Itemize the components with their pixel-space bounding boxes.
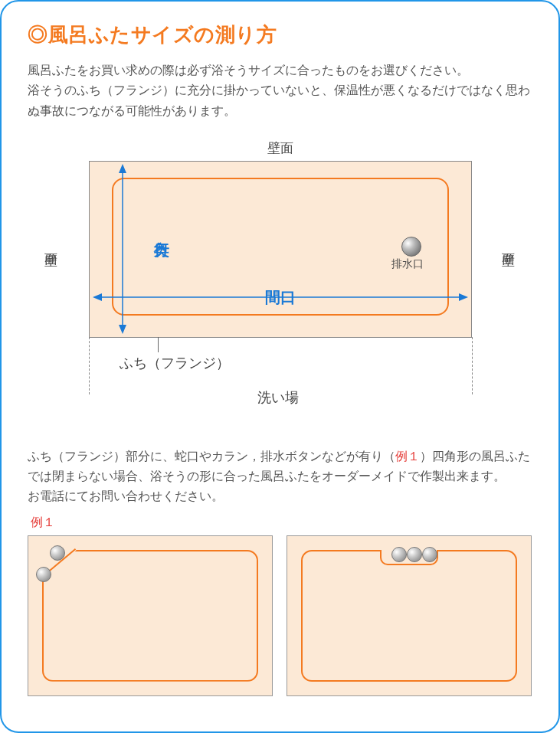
- drain-label: 排水口: [391, 257, 424, 271]
- drain-button-icon: [422, 547, 437, 562]
- svg-marker-4: [119, 164, 126, 173]
- example-2-figure: [287, 535, 532, 696]
- dashed-edge-right: [472, 337, 473, 394]
- width-dimension-label: 間口: [265, 287, 296, 308]
- example-1-lid-outline: [42, 550, 258, 682]
- lead-paragraph: 風呂ふたをお買い求めの際は必ず浴そうサイズに合ったものをお選びください。 浴そう…: [28, 61, 532, 121]
- wall-label-top: 壁面: [267, 139, 293, 157]
- svg-marker-5: [119, 325, 126, 334]
- svg-marker-1: [93, 293, 102, 301]
- bathtub-front-edge: [89, 337, 472, 338]
- svg-marker-2: [459, 293, 468, 301]
- body-text-pre: ふち（フランジ）部分に、蛇口やカラン，排水ボタンなどが有り（: [28, 450, 395, 463]
- flange-label: ふち（フランジ）: [120, 354, 230, 372]
- body-paragraph: ふち（フランジ）部分に、蛇口やカラン，排水ボタンなどが有り（例１）四角形の風呂ふ…: [28, 426, 532, 507]
- page-title: ◎風呂ふたサイズの測り方: [28, 21, 532, 48]
- example-row: [28, 535, 532, 696]
- info-card: ◎風呂ふたサイズの測り方 風呂ふたをお買い求めの際は必ず浴そうサイズに合ったもの…: [0, 0, 560, 733]
- drain-button-icon: [391, 547, 407, 562]
- drain-icon: [401, 237, 421, 257]
- measurement-figure: 壁面 壁面 壁面 奥行 間口 排水口 ふち（フランジ） 洗い場: [43, 139, 518, 407]
- washing-area-label: 洗い場: [257, 388, 299, 407]
- example-heading: 例１: [31, 515, 532, 531]
- depth-arrow: [116, 164, 129, 334]
- flange-tick: [158, 337, 159, 352]
- faucet-knob-icon: [36, 567, 51, 582]
- example-2-lid-outline: [301, 550, 517, 682]
- body-example-ref: 例１: [395, 450, 420, 463]
- faucet-knob-icon: [50, 545, 65, 561]
- dashed-edge-left: [89, 337, 90, 394]
- example-1-figure: [28, 535, 273, 696]
- drain-button-icon: [407, 547, 422, 562]
